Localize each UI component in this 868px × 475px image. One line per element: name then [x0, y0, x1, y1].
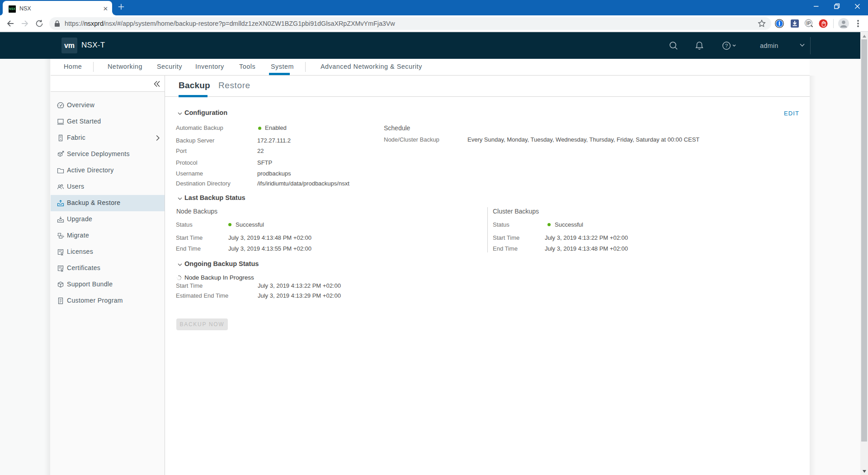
svg-text:?: ? — [725, 43, 728, 48]
svg-text:IP: IP — [807, 20, 811, 26]
